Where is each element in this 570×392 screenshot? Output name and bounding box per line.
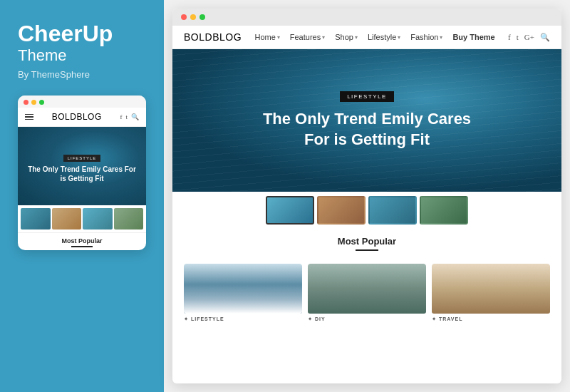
- mobile-thumb-4[interactable]: [114, 208, 144, 229]
- mobile-thumb-2[interactable]: [52, 208, 82, 229]
- mobile-hero-badge: LIFESTYLE: [63, 155, 101, 162]
- browser-window: BOLDBLOG Home▾ Features▾ Shop▾ Lifestyle…: [172, 9, 561, 383]
- most-popular-title: Most Popular: [184, 236, 550, 247]
- mobile-most-popular: Most Popular: [18, 232, 146, 250]
- fashion-chevron: ▾: [440, 34, 442, 41]
- mobile-hero: LIFESTYLE The Only Trend Emily Cares For…: [18, 127, 146, 205]
- card-lifestyle[interactable]: ✦ LIFESTYLE: [184, 264, 302, 324]
- site-nav: BOLDBLOG Home▾ Features▾ Shop▾ Lifestyle…: [172, 26, 561, 49]
- mobile-preview-card: BOLDBLOG f t 🔍 LIFESTYLE The Only Trend …: [18, 96, 146, 250]
- hamburger-icon[interactable]: [25, 114, 33, 120]
- browser-chrome-bar: [172, 9, 561, 26]
- mobile-nav: BOLDBLOG f t 🔍: [18, 108, 146, 127]
- most-popular-section: Most Popular: [172, 229, 561, 264]
- thumb-1[interactable]: [266, 196, 314, 225]
- hero-title: The Only Trend Emily CaresFor is Getting…: [263, 109, 471, 150]
- mobile-popular-bar: [71, 246, 93, 247]
- lifestyle-chevron: ▾: [398, 34, 400, 41]
- googleplus-social-icon: G+: [524, 33, 534, 41]
- mobile-nav-icons: f t 🔍: [120, 113, 139, 120]
- site-nav-links: Home▾ Features▾ Shop▾ Lifestyle▾ Fashion…: [254, 33, 494, 41]
- mobile-hero-content: LIFESTYLE The Only Trend Emily Cares For…: [18, 150, 146, 183]
- nav-fashion[interactable]: Fashion▾: [410, 33, 442, 41]
- right-panel: BOLDBLOG Home▾ Features▾ Shop▾ Lifestyle…: [164, 0, 570, 392]
- mobile-thumbs-row: [18, 205, 146, 232]
- hero-section: LIFESTYLE The Only Trend Emily CaresFor …: [172, 49, 561, 192]
- dot-red: [24, 100, 28, 105]
- site-nav-social: f t G+ 🔍: [508, 33, 550, 42]
- twitter-icon: t: [125, 113, 128, 120]
- cards-row: ✦ LIFESTYLE ✦ DIY ✦ TRAVEL: [172, 264, 561, 332]
- card-img-travel: [432, 264, 550, 314]
- mobile-logo-thin: BLOG: [76, 112, 101, 122]
- nav-home[interactable]: Home▾: [254, 33, 279, 41]
- left-panel: CheerUp Theme By ThemeSphere BOLDBLOG f …: [0, 0, 164, 392]
- card-tag-travel: ✦ TRAVEL: [432, 316, 550, 322]
- card-travel[interactable]: ✦ TRAVEL: [432, 264, 550, 324]
- mobile-logo-bold: BOLD: [52, 112, 77, 122]
- mobile-thumb-1[interactable]: [21, 208, 51, 229]
- browser-dot-yellow: [190, 14, 196, 20]
- nav-buy-theme[interactable]: Buy Theme: [452, 33, 494, 41]
- app-subtitle: Theme: [18, 46, 146, 65]
- features-chevron: ▾: [322, 34, 325, 41]
- card-img-diy: [308, 264, 426, 314]
- card-tag-lifestyle: ✦ LIFESTYLE: [184, 316, 302, 322]
- nav-lifestyle[interactable]: Lifestyle▾: [368, 33, 400, 41]
- nav-features[interactable]: Features▾: [290, 33, 325, 41]
- thumb-3[interactable]: [368, 196, 417, 225]
- card-diy[interactable]: ✦ DIY: [308, 264, 426, 324]
- home-chevron: ▾: [277, 34, 280, 41]
- mobile-thumb-3[interactable]: [83, 208, 113, 229]
- app-title: CheerUp: [18, 21, 146, 46]
- card-img-lifestyle: [184, 264, 302, 314]
- browser-dot-red: [181, 14, 187, 20]
- shop-chevron: ▾: [355, 34, 358, 41]
- app-byline: By ThemeSphere: [18, 69, 146, 80]
- site-logo: BOLDBLOG: [184, 31, 242, 43]
- browser-dot-green: [200, 14, 205, 20]
- nav-shop[interactable]: Shop▾: [335, 33, 358, 41]
- mobile-logo: BOLDBLOG: [52, 112, 102, 122]
- facebook-social-icon: f: [508, 33, 511, 41]
- dot-yellow: [31, 100, 36, 105]
- facebook-icon: f: [120, 113, 122, 120]
- thumb-2[interactable]: [317, 196, 366, 225]
- site-logo-bold: BOLD: [184, 31, 212, 43]
- search-icon[interactable]: 🔍: [131, 113, 139, 120]
- mobile-hero-title: The Only Trend Emily Cares For is Gettin…: [25, 165, 139, 183]
- search-nav-icon[interactable]: 🔍: [540, 33, 550, 42]
- hero-badge: LIFESTYLE: [340, 91, 394, 102]
- thumb-4[interactable]: [420, 196, 468, 225]
- twitter-social-icon: t: [517, 33, 519, 41]
- thumbnails-row: [172, 192, 561, 229]
- dot-green: [39, 100, 44, 105]
- hero-content: LIFESTYLE The Only Trend Emily CaresFor …: [172, 49, 561, 192]
- mobile-dots-bar: [18, 96, 146, 108]
- card-tag-diy: ✦ DIY: [308, 316, 426, 322]
- site-logo-thin: BLOG: [212, 31, 242, 43]
- most-popular-divider: [356, 249, 378, 251]
